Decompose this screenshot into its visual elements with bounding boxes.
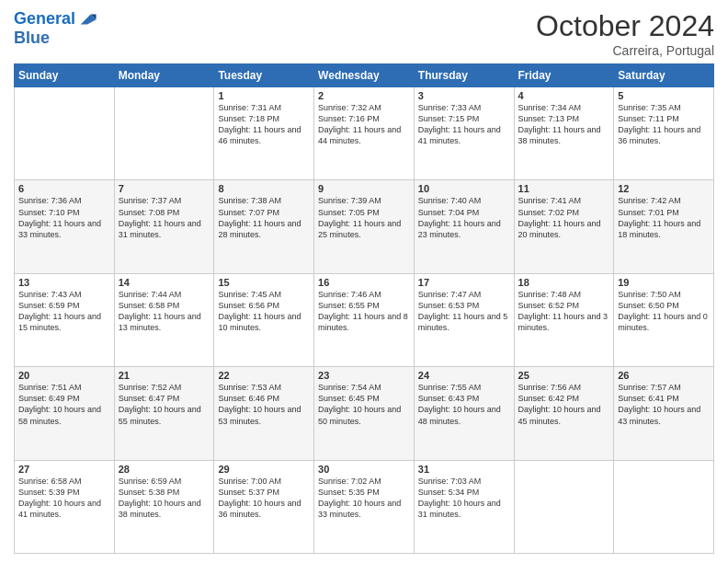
sunrise-text: Sunrise: 7:33 AM bbox=[418, 102, 510, 113]
calendar-week-3: 13Sunrise: 7:43 AMSunset: 6:59 PMDayligh… bbox=[15, 273, 714, 366]
sunset-text: Sunset: 6:45 PM bbox=[318, 393, 410, 404]
cell-details: Sunrise: 7:37 AMSunset: 7:08 PMDaylight:… bbox=[119, 195, 210, 240]
sunset-text: Sunset: 6:47 PM bbox=[119, 393, 210, 404]
cell-details: Sunrise: 7:38 AMSunset: 7:07 PMDaylight:… bbox=[218, 195, 310, 240]
sunset-text: Sunset: 5:34 PM bbox=[418, 487, 510, 498]
sunrise-text: Sunrise: 7:51 AM bbox=[18, 382, 110, 393]
daylight-text: Daylight: 11 hours and 20 minutes. bbox=[518, 218, 610, 240]
calendar-week-4: 20Sunrise: 7:51 AMSunset: 6:49 PMDayligh… bbox=[15, 367, 714, 460]
sunset-text: Sunset: 7:07 PM bbox=[218, 207, 310, 218]
table-row: 6Sunrise: 7:36 AMSunset: 7:10 PMDaylight… bbox=[15, 180, 115, 273]
sunrise-text: Sunrise: 7:02 AM bbox=[318, 476, 410, 487]
cell-details: Sunrise: 7:40 AMSunset: 7:04 PMDaylight:… bbox=[418, 195, 510, 240]
day-number: 28 bbox=[119, 464, 210, 475]
table-row: 30Sunrise: 7:02 AMSunset: 5:35 PMDayligh… bbox=[314, 460, 415, 553]
cell-details: Sunrise: 7:03 AMSunset: 5:34 PMDaylight:… bbox=[418, 476, 510, 521]
day-number: 11 bbox=[518, 183, 610, 194]
daylight-text: Daylight: 11 hours and 38 minutes. bbox=[518, 124, 610, 146]
day-number: 5 bbox=[618, 90, 710, 101]
daylight-text: Daylight: 11 hours and 8 minutes. bbox=[318, 311, 410, 333]
table-row: 21Sunrise: 7:52 AMSunset: 6:47 PMDayligh… bbox=[114, 367, 214, 460]
daylight-text: Daylight: 11 hours and 5 minutes. bbox=[418, 311, 510, 333]
table-row: 13Sunrise: 7:43 AMSunset: 6:59 PMDayligh… bbox=[15, 273, 115, 366]
daylight-text: Daylight: 11 hours and 23 minutes. bbox=[418, 218, 510, 240]
col-thursday: Thursday bbox=[414, 64, 514, 87]
daylight-text: Daylight: 10 hours and 50 minutes. bbox=[318, 404, 410, 426]
sunset-text: Sunset: 7:13 PM bbox=[518, 113, 610, 124]
sunrise-text: Sunrise: 7:44 AM bbox=[119, 289, 210, 300]
sunrise-text: Sunrise: 7:56 AM bbox=[518, 382, 610, 393]
cell-details: Sunrise: 7:46 AMSunset: 6:55 PMDaylight:… bbox=[318, 289, 410, 334]
daylight-text: Daylight: 11 hours and 18 minutes. bbox=[618, 218, 710, 240]
sunrise-text: Sunrise: 7:52 AM bbox=[119, 382, 210, 393]
cell-details: Sunrise: 7:43 AMSunset: 6:59 PMDaylight:… bbox=[18, 289, 110, 334]
table-row: 8Sunrise: 7:38 AMSunset: 7:07 PMDaylight… bbox=[214, 180, 314, 273]
sunrise-text: Sunrise: 7:37 AM bbox=[119, 195, 210, 206]
cell-details: Sunrise: 6:58 AMSunset: 5:39 PMDaylight:… bbox=[18, 476, 110, 521]
sunset-text: Sunset: 6:53 PM bbox=[418, 300, 510, 311]
sunrise-text: Sunrise: 7:36 AM bbox=[18, 195, 110, 206]
cell-details: Sunrise: 7:53 AMSunset: 6:46 PMDaylight:… bbox=[218, 382, 310, 427]
sunset-text: Sunset: 5:38 PM bbox=[119, 487, 210, 498]
table-row: 16Sunrise: 7:46 AMSunset: 6:55 PMDayligh… bbox=[314, 273, 415, 366]
cell-details: Sunrise: 7:57 AMSunset: 6:41 PMDaylight:… bbox=[618, 382, 710, 427]
sunrise-text: Sunrise: 7:57 AM bbox=[618, 382, 710, 393]
table-row bbox=[15, 87, 115, 180]
daylight-text: Daylight: 11 hours and 10 minutes. bbox=[218, 311, 310, 333]
cell-details: Sunrise: 7:44 AMSunset: 6:58 PMDaylight:… bbox=[119, 289, 210, 334]
daylight-text: Daylight: 10 hours and 36 minutes. bbox=[218, 498, 310, 520]
daylight-text: Daylight: 10 hours and 41 minutes. bbox=[18, 498, 110, 520]
daylight-text: Daylight: 11 hours and 46 minutes. bbox=[218, 124, 310, 146]
daylight-text: Daylight: 11 hours and 36 minutes. bbox=[618, 124, 710, 146]
table-row: 10Sunrise: 7:40 AMSunset: 7:04 PMDayligh… bbox=[414, 180, 514, 273]
day-number: 6 bbox=[18, 183, 110, 194]
sunset-text: Sunset: 7:04 PM bbox=[418, 207, 510, 218]
col-monday: Monday bbox=[114, 64, 214, 87]
cell-details: Sunrise: 7:51 AMSunset: 6:49 PMDaylight:… bbox=[18, 382, 110, 427]
cell-details: Sunrise: 6:59 AMSunset: 5:38 PMDaylight:… bbox=[119, 476, 210, 521]
header: General Blue October 2024 Carreira, Port… bbox=[14, 9, 714, 58]
cell-details: Sunrise: 7:33 AMSunset: 7:15 PMDaylight:… bbox=[418, 102, 510, 147]
daylight-text: Daylight: 11 hours and 25 minutes. bbox=[318, 218, 410, 240]
sunrise-text: Sunrise: 7:45 AM bbox=[218, 289, 310, 300]
sunset-text: Sunset: 6:59 PM bbox=[18, 300, 110, 311]
sunset-text: Sunset: 7:08 PM bbox=[119, 207, 210, 218]
sunset-text: Sunset: 7:15 PM bbox=[418, 113, 510, 124]
logo-text: General bbox=[14, 10, 75, 29]
table-row: 25Sunrise: 7:56 AMSunset: 6:42 PMDayligh… bbox=[514, 367, 614, 460]
day-number: 31 bbox=[418, 464, 510, 475]
table-row: 4Sunrise: 7:34 AMSunset: 7:13 PMDaylight… bbox=[514, 87, 614, 180]
daylight-text: Daylight: 10 hours and 43 minutes. bbox=[618, 404, 710, 426]
table-row: 11Sunrise: 7:41 AMSunset: 7:02 PMDayligh… bbox=[514, 180, 614, 273]
col-tuesday: Tuesday bbox=[214, 64, 314, 87]
daylight-text: Daylight: 11 hours and 28 minutes. bbox=[218, 218, 310, 240]
sunset-text: Sunset: 7:01 PM bbox=[618, 207, 710, 218]
sunrise-text: Sunrise: 7:42 AM bbox=[618, 195, 710, 206]
day-number: 15 bbox=[218, 277, 310, 288]
table-row: 18Sunrise: 7:48 AMSunset: 6:52 PMDayligh… bbox=[514, 273, 614, 366]
day-number: 25 bbox=[518, 370, 610, 381]
table-row: 5Sunrise: 7:35 AMSunset: 7:11 PMDaylight… bbox=[614, 87, 714, 180]
day-number: 19 bbox=[618, 277, 710, 288]
col-saturday: Saturday bbox=[614, 64, 714, 87]
sunset-text: Sunset: 6:56 PM bbox=[218, 300, 310, 311]
sunrise-text: Sunrise: 7:38 AM bbox=[218, 195, 310, 206]
daylight-text: Daylight: 11 hours and 31 minutes. bbox=[119, 218, 210, 240]
table-row: 9Sunrise: 7:39 AMSunset: 7:05 PMDaylight… bbox=[314, 180, 415, 273]
table-row bbox=[114, 87, 214, 180]
sunrise-text: Sunrise: 7:54 AM bbox=[318, 382, 410, 393]
sunrise-text: Sunrise: 7:47 AM bbox=[418, 289, 510, 300]
cell-details: Sunrise: 7:34 AMSunset: 7:13 PMDaylight:… bbox=[518, 102, 610, 147]
day-number: 30 bbox=[318, 464, 410, 475]
daylight-text: Daylight: 10 hours and 33 minutes. bbox=[318, 498, 410, 520]
sunset-text: Sunset: 6:46 PM bbox=[218, 393, 310, 404]
col-wednesday: Wednesday bbox=[314, 64, 415, 87]
daylight-text: Daylight: 11 hours and 33 minutes. bbox=[18, 218, 110, 240]
table-row: 12Sunrise: 7:42 AMSunset: 7:01 PMDayligh… bbox=[614, 180, 714, 273]
sunrise-text: Sunrise: 7:48 AM bbox=[518, 289, 610, 300]
sunset-text: Sunset: 5:39 PM bbox=[18, 487, 110, 498]
cell-details: Sunrise: 7:31 AMSunset: 7:18 PMDaylight:… bbox=[218, 102, 310, 147]
day-number: 2 bbox=[318, 90, 410, 101]
day-number: 29 bbox=[218, 464, 310, 475]
table-row: 3Sunrise: 7:33 AMSunset: 7:15 PMDaylight… bbox=[414, 87, 514, 180]
